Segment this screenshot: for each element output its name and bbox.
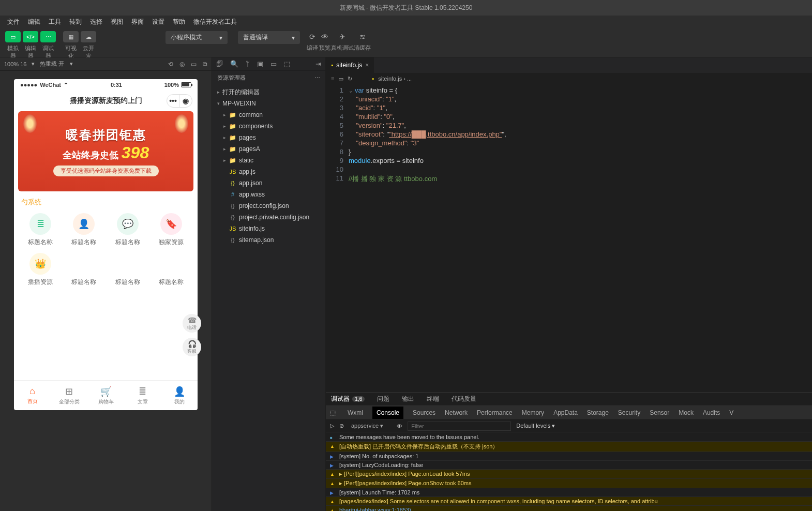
devtab-audits[interactable]: Audits xyxy=(703,409,720,416)
devtab-appdata[interactable]: AppData xyxy=(553,409,578,416)
tree-item[interactable]: {}app.json xyxy=(212,177,325,189)
more-icon[interactable]: ⋯ xyxy=(314,74,320,81)
refresh-icon[interactable]: ↻ xyxy=(348,76,352,82)
collapse-icon[interactable]: ⇥ xyxy=(315,60,321,68)
tab-problems[interactable]: 问题 xyxy=(376,393,390,405)
zoom-label[interactable]: 100% 16 xyxy=(4,61,26,67)
devtab-storage[interactable]: Storage xyxy=(587,409,609,416)
devtab-more[interactable]: V xyxy=(729,409,733,416)
promo-banner[interactable]: 暖春拼团钜惠 全站终身史低398 享受优选源码全站终身资源免费下载 xyxy=(18,111,193,191)
grid-item[interactable]: 💬标题名称 xyxy=(108,213,148,247)
split-icon[interactable]: ▭ xyxy=(338,76,343,82)
editor-button[interactable]: </> xyxy=(23,31,38,42)
menu-icon[interactable]: ≡ xyxy=(331,76,334,82)
code-editor[interactable]: ⌄var siteinfo = { "uniacid": "1", "acid"… xyxy=(349,84,506,392)
phone-float-button[interactable]: ☎电话 xyxy=(183,314,201,333)
branch-icon[interactable]: ᛘ xyxy=(246,60,250,68)
tab-output[interactable]: 输出 xyxy=(401,393,415,405)
tree-item[interactable]: ▸📁pages xyxy=(212,132,325,143)
tab-item[interactable]: ⊞全部分类 xyxy=(51,381,87,410)
devtab-sensor[interactable]: Sensor xyxy=(650,409,669,416)
device-icon[interactable]: ▭ xyxy=(191,61,197,68)
devtab-memory[interactable]: Memory xyxy=(522,409,544,416)
grid-item[interactable]: 标题名称 xyxy=(108,253,148,287)
wifi-icon: ⌃ xyxy=(64,82,68,88)
levels-select[interactable]: Default levels ▾ xyxy=(516,423,555,429)
play-icon[interactable]: ▷ xyxy=(330,423,334,429)
explorer-icon[interactable]: 🗐 xyxy=(216,60,223,68)
preview-button[interactable]: 👁预览 xyxy=(319,31,331,52)
mode-select[interactable]: 小程序模式▾ xyxy=(166,31,228,44)
tree-item[interactable]: JSsiteinfo.js xyxy=(212,223,325,234)
capsule-menu[interactable]: ••• xyxy=(167,95,179,107)
tab-terminal[interactable]: 终端 xyxy=(426,393,440,405)
devtab-console[interactable]: Console xyxy=(372,407,403,419)
tab-item[interactable]: ≣文章 xyxy=(124,381,161,410)
menu-tool[interactable]: 工具 xyxy=(44,16,65,28)
menu-file[interactable]: 文件 xyxy=(3,16,24,28)
tree-item[interactable]: ▸📁common xyxy=(212,109,325,121)
devtab-wxml[interactable]: Wxml xyxy=(348,409,363,416)
cubes-icon[interactable]: ▣ xyxy=(257,60,263,68)
tree-item[interactable]: JSapp.js xyxy=(212,166,325,177)
grid-item[interactable]: 👑播播资源 xyxy=(20,253,61,287)
menu-devtools[interactable]: 微信开发者工具 xyxy=(189,16,241,28)
tree-item[interactable]: ▸📁static xyxy=(212,155,325,166)
tree-item[interactable]: {}project.config.json xyxy=(212,200,325,212)
stop-icon[interactable]: ⊘ xyxy=(339,423,344,429)
close-icon[interactable]: × xyxy=(365,62,369,69)
menu-select[interactable]: 选择 xyxy=(86,16,107,28)
search-icon[interactable]: 🔍 xyxy=(230,60,238,68)
debugger-button[interactable]: ⋯ xyxy=(40,31,56,42)
inspect-icon[interactable]: ⬚ xyxy=(330,409,338,416)
tree-item[interactable]: {}sitemap.json xyxy=(212,234,325,246)
open-editors-section[interactable]: ▸打开的编辑器 xyxy=(212,86,325,98)
visual-button[interactable]: ▦ xyxy=(63,31,79,42)
menu-goto[interactable]: 转到 xyxy=(65,16,86,28)
popout-icon[interactable]: ⧉ xyxy=(203,61,207,68)
tab-item[interactable]: ⌂首页 xyxy=(14,381,51,410)
devtab-sources[interactable]: Sources xyxy=(413,409,435,416)
eye-icon[interactable]: 👁 xyxy=(397,423,402,429)
service-float-button[interactable]: 🎧客服 xyxy=(183,338,201,356)
console-output[interactable]: Some messages have been moved to the Iss… xyxy=(326,433,812,511)
devtab-network[interactable]: Network xyxy=(445,409,468,416)
devtab-performance[interactable]: Performance xyxy=(477,409,513,416)
filter-input[interactable] xyxy=(408,422,511,431)
menu-view[interactable]: 视图 xyxy=(107,16,127,28)
grid-item[interactable]: 👤标题名称 xyxy=(64,213,104,247)
clear-cache-button[interactable]: ≋清缓存 xyxy=(354,31,371,52)
menu-settings[interactable]: 设置 xyxy=(148,16,169,28)
compile-button[interactable]: ⟳编译 xyxy=(306,31,319,52)
compile-select[interactable]: 普通编译▾ xyxy=(238,31,300,44)
simulator-button[interactable]: ▭ xyxy=(5,31,21,42)
remote-debug-button[interactable]: ✈真机调试 xyxy=(331,31,354,52)
project-root[interactable]: ▾MP-WEIXIN xyxy=(212,98,325,109)
grid-item[interactable]: ≣标题名称 xyxy=(20,213,61,247)
tab-debugger[interactable]: 调试器 1,6 xyxy=(330,393,366,405)
menu-edit[interactable]: 编辑 xyxy=(24,16,44,28)
devtab-security[interactable]: Security xyxy=(618,409,640,416)
devtab-mock[interactable]: Mock xyxy=(679,409,694,416)
grid-item[interactable]: 标题名称 xyxy=(151,253,191,287)
cloud-button[interactable]: ☁ xyxy=(81,31,96,42)
tree-item[interactable]: {}project.private.config.json xyxy=(212,212,325,223)
context-select[interactable]: appservice ▾ xyxy=(349,422,392,430)
hot-reload-label[interactable]: 热重载 开 xyxy=(40,60,64,68)
menu-ui[interactable]: 界面 xyxy=(127,16,148,28)
menu-help[interactable]: 帮助 xyxy=(169,16,189,28)
layout-icon[interactable]: ▭ xyxy=(270,60,277,68)
grid-item[interactable]: 🔖独家资源 xyxy=(151,213,191,247)
tree-item[interactable]: #app.wxss xyxy=(212,189,325,200)
tree-item[interactable]: ▸📁pagesA xyxy=(212,143,325,155)
tab-siteinfo[interactable]: ▪siteinfo.js× xyxy=(326,57,374,73)
grid-item[interactable]: 标题名称 xyxy=(64,253,104,287)
tab-item[interactable]: 🛒购物车 xyxy=(87,381,124,410)
target-icon[interactable]: ◎ xyxy=(179,61,185,68)
tab-quality[interactable]: 代码质量 xyxy=(450,393,477,405)
tree-item[interactable]: ▸📁components xyxy=(212,121,325,132)
tab-item[interactable]: 👤我的 xyxy=(161,381,198,410)
capsule-close[interactable]: ◉ xyxy=(179,95,192,107)
refresh-icon[interactable]: ⟲ xyxy=(168,61,173,68)
extension-icon[interactable]: ⬚ xyxy=(284,60,290,68)
